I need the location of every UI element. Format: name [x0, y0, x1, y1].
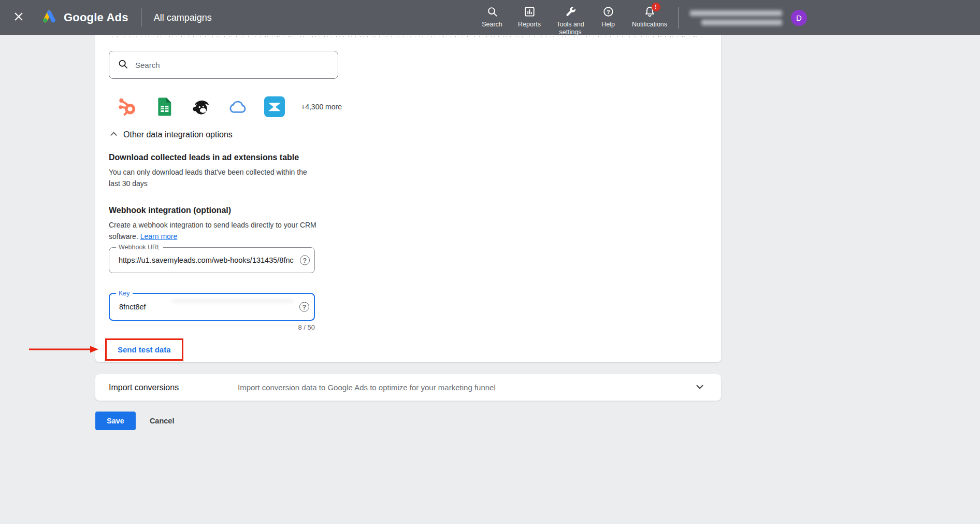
- integration-icons-row: +4,300 more: [117, 95, 721, 119]
- mailchimp-icon[interactable]: [191, 96, 211, 117]
- close-button[interactable]: [10, 9, 27, 26]
- chevron-up-icon: [109, 129, 119, 141]
- webhook-url-input[interactable]: [109, 248, 314, 273]
- google-ads-logo-icon: [41, 9, 57, 26]
- nav-help[interactable]: ? Help: [596, 6, 620, 29]
- nav-search[interactable]: Search: [477, 6, 507, 29]
- nav-tools-settings[interactable]: Tools and settings: [552, 6, 589, 36]
- help-circle-icon[interactable]: ?: [299, 302, 309, 312]
- header-divider: [141, 8, 141, 27]
- import-conversions-row[interactable]: Import conversions Import conversion dat…: [95, 374, 721, 401]
- main-content: +4,300 more Other data integration optio…: [0, 35, 980, 430]
- webhook-url-field[interactable]: Webhook URL ?: [109, 247, 315, 273]
- send-test-data-button[interactable]: Send test data: [118, 345, 171, 354]
- cancel-button[interactable]: Cancel: [150, 417, 175, 425]
- import-conversions-description: Import conversion data to Google Ads to …: [238, 383, 496, 392]
- hubspot-icon[interactable]: [117, 96, 138, 117]
- bell-icon: !: [644, 6, 656, 18]
- google-ads-screen: Google Ads All campaigns Search Reports: [0, 0, 980, 524]
- learn-more-link[interactable]: Learn more: [140, 232, 178, 240]
- mail-app-icon[interactable]: [264, 96, 285, 117]
- avatar-initial: D: [796, 13, 802, 22]
- nav-reports-label: Reports: [518, 21, 541, 29]
- account-divider: [678, 7, 679, 29]
- key-char-counter: 8 / 50: [109, 323, 315, 333]
- header-nav: Search Reports Tools and settings ? Help: [477, 0, 672, 36]
- nav-reports[interactable]: Reports: [514, 6, 544, 29]
- account-name-blurred: [690, 10, 782, 16]
- search-input[interactable]: [135, 61, 330, 69]
- import-conversions-title: Import conversions: [109, 383, 179, 392]
- nav-search-label: Search: [482, 21, 502, 29]
- save-button[interactable]: Save: [95, 412, 136, 430]
- webhook-section-title: Webhook integration (optional): [109, 205, 721, 216]
- form-footer: Save Cancel: [95, 412, 980, 430]
- google-sheets-icon[interactable]: [154, 96, 175, 117]
- send-test-row: Send test data: [109, 338, 721, 361]
- breadcrumb: All campaigns: [154, 12, 212, 23]
- clipped-text-remnant: [110, 35, 705, 38]
- more-integrations-label: +4,300 more: [301, 103, 342, 111]
- avatar[interactable]: D: [791, 10, 807, 26]
- brand-name: Google Ads: [64, 11, 128, 24]
- annotation-highlight-box: Send test data: [105, 338, 183, 361]
- close-icon: [13, 11, 24, 24]
- nav-help-label: Help: [601, 21, 615, 29]
- webhook-key-field[interactable]: Key ?: [109, 293, 315, 321]
- search-icon: [118, 59, 128, 72]
- help-circle-icon[interactable]: ?: [300, 256, 310, 265]
- notification-badge: !: [652, 3, 660, 11]
- nav-notifications-label: Notifications: [632, 21, 667, 29]
- top-app-bar: Google Ads All campaigns Search Reports: [0, 0, 980, 35]
- help-icon: ?: [602, 6, 614, 18]
- account-info-redacted[interactable]: [688, 10, 782, 25]
- download-leads-description: You can only download leads that've been…: [109, 166, 317, 189]
- brand[interactable]: Google Ads: [41, 9, 128, 26]
- webhook-section-description: Create a webhook integration to send lea…: [109, 219, 322, 242]
- wrench-icon: [565, 6, 577, 18]
- reports-icon: [524, 6, 536, 18]
- chevron-down-icon: [694, 381, 705, 394]
- download-leads-title: Download collected leads in ad extension…: [109, 152, 721, 163]
- webhook-key-input[interactable]: [110, 294, 314, 320]
- account-email-blurred: [701, 20, 782, 25]
- annotation-arrow: [28, 345, 99, 356]
- nav-notifications[interactable]: ! Notifications: [627, 6, 672, 29]
- svg-text:?: ?: [607, 9, 610, 15]
- lead-delivery-card: +4,300 more Other data integration optio…: [95, 35, 721, 362]
- integration-search-box[interactable]: [109, 51, 338, 79]
- cloud-icon[interactable]: [227, 96, 248, 117]
- other-options-toggle[interactable]: Other data integration options: [109, 129, 721, 140]
- other-options-label: Other data integration options: [123, 130, 233, 139]
- nav-tools-settings-label: Tools and settings: [552, 21, 589, 36]
- search-icon: [486, 6, 498, 18]
